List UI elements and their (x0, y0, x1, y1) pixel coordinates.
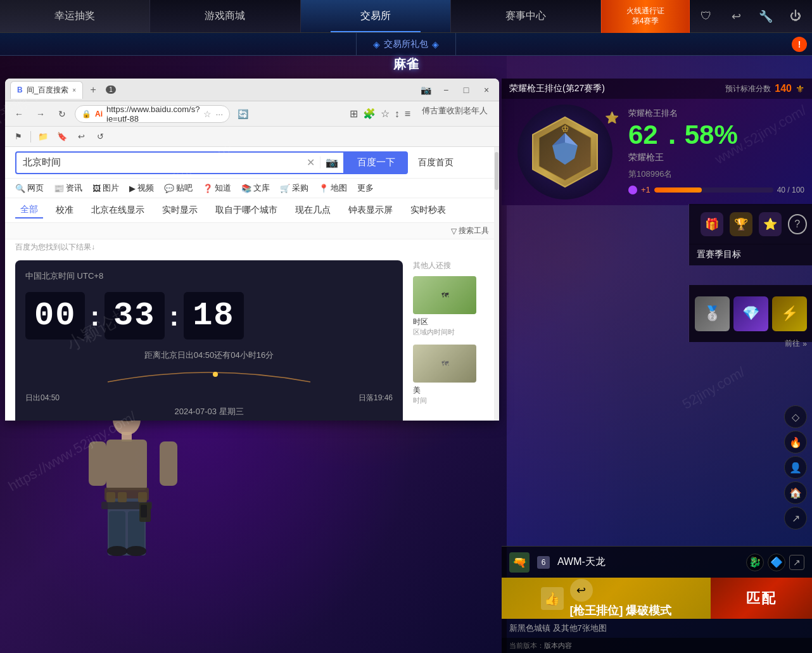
browser-toolbar: ← → ↻ 🔒 Ai https://www.baidu.com/s?ie=ut… (5, 101, 499, 127)
settings-icon[interactable]: 🔧 (756, 6, 776, 27)
rank-percent-display: 62．58% (628, 122, 804, 148)
clock-seconds: 18 (184, 292, 243, 339)
svg-rect-20 (106, 492, 115, 502)
star-btn[interactable]: ☆ (381, 108, 390, 120)
baidu-camera-btn[interactable]: 📷 (320, 156, 343, 168)
baidu-search-box[interactable]: ✕ 📷 (15, 151, 345, 174)
toolbar-btn-2[interactable]: 📁 (35, 129, 51, 145)
svg-point-18 (107, 546, 127, 556)
baidu-search-input[interactable] (16, 157, 301, 168)
icons-panel: 🎁 🏆 ⭐ ? (688, 204, 812, 244)
lock-icon: 🔒 (82, 110, 91, 118)
bottom-icon-1[interactable]: 🔥 (784, 431, 807, 453)
browser-tab-active[interactable]: B 间_百度搜索 × (10, 81, 83, 99)
screenshot-btn[interactable]: 📷 (418, 82, 433, 98)
bookmark-icon[interactable]: ☆ (203, 109, 212, 119)
baidu-nav-webpage[interactable]: 🔍 网页 (15, 182, 44, 194)
sub-navigation: ◈ 交易所礼包 ◈ (0, 33, 812, 56)
more-btn-area[interactable]: 前往 » (785, 338, 807, 349)
rank-king-label: 荣耀枪王 (628, 152, 804, 163)
svg-point-19 (126, 546, 146, 556)
toolbar-btn-3[interactable]: 🔖 (54, 129, 70, 145)
tab-close-btn[interactable]: × (72, 87, 76, 94)
suggestion-item-2[interactable]: 🗺 美 时间 (413, 345, 489, 405)
browser-forward-btn[interactable]: → (32, 105, 49, 123)
baidu-tab-clockscreen[interactable]: 钟表显示屏 (343, 203, 398, 218)
baidu-nav-zhidao[interactable]: ❓ 知道 (203, 182, 231, 194)
baidu-nav-video[interactable]: ▶ 视频 (129, 182, 154, 194)
power-icon[interactable]: ⏻ (785, 6, 806, 27)
baidu-search-clear[interactable]: ✕ (301, 156, 320, 168)
baidu-tab-online[interactable]: 北京在线显示 (86, 203, 149, 218)
sub-nav-exchange-gift[interactable]: ◈ 交易所礼包 ◈ (356, 33, 456, 55)
season-target-panel[interactable]: 置赛季目标 (688, 244, 812, 265)
baidu-nav-wenku[interactable]: 📚 文库 (241, 182, 270, 194)
address-bar[interactable]: 🔒 Ai https://www.baidu.com/s?ie=utf-88 ☆… (75, 105, 230, 123)
weapon-share-btn[interactable]: ↗ (789, 555, 804, 570)
baidu-tab-secondtimer[interactable]: 实时秒表 (405, 203, 451, 218)
browser-search-field[interactable]: 傅古董收割老年人 (416, 105, 494, 123)
browser-menu-btn[interactable]: ≡ (405, 108, 410, 120)
browser-titlebar: B 间_百度搜索 × + 1 📷 − □ × (5, 79, 499, 101)
season-target-text: 置赛季目标 (697, 249, 741, 259)
baidu-tab-all[interactable]: 全部 (15, 202, 43, 219)
gift-icon-btn[interactable]: 🎁 (701, 212, 723, 236)
baidu-nav-image[interactable]: 🖼 图片 (92, 182, 119, 194)
bottom-icon-2[interactable]: 👤 (784, 456, 807, 479)
browser-back-btn[interactable]: ← (10, 105, 28, 123)
nav-item-lucky[interactable]: 幸运抽奖 (0, 0, 150, 32)
nav-item-shop[interactable]: 游戏商城 (150, 0, 300, 32)
extensions-btn[interactable]: 🧩 (363, 108, 376, 120)
bottom-icon-0[interactable]: ◇ (784, 405, 807, 428)
rank-score-icon: ⚜ (796, 83, 804, 95)
rank-gem-dot (628, 186, 637, 194)
toolbar-btn-5[interactable]: ↺ (92, 129, 108, 145)
toolbar-btn-4[interactable]: ↩ (73, 129, 89, 145)
download-btn[interactable]: ↕ (395, 108, 400, 120)
star-icon-btn[interactable]: ⭐ (759, 212, 782, 236)
toolbar-btn-1[interactable]: ⚑ (10, 129, 27, 145)
baidu-tab-realtime[interactable]: 实时显示 (157, 203, 203, 218)
rank-title: 荣耀枪王排位(第27赛季) (509, 83, 605, 94)
rank-score-area: 预计标准分数 140 ⚜ (725, 83, 804, 95)
tab-grid-btn[interactable]: ⊞ (350, 108, 358, 120)
bottom-icon-share[interactable]: ↗ (784, 507, 807, 529)
rank-percent-label: 荣耀枪王排名 (628, 108, 678, 118)
baidu-nav-tieba[interactable]: 💬 贴吧 (164, 182, 193, 194)
nav-item-exchange[interactable]: 交易所 (301, 0, 451, 32)
trophy-icon-btn[interactable]: 🏆 (730, 212, 752, 236)
weapon-icon-2[interactable]: 🔷 (768, 554, 785, 571)
window-close[interactable]: × (479, 82, 494, 98)
baidu-tab-calibrate[interactable]: 校准 (51, 203, 79, 218)
baidu-nav-news[interactable]: 📰 资讯 (54, 182, 82, 194)
search-tool-btn[interactable]: ▽ 搜索工具 (451, 225, 489, 236)
baidu-tab-city[interactable]: 取自于哪个城市 (210, 203, 282, 218)
nav-item-events[interactable]: 赛事中心 (451, 0, 601, 32)
baidu-tab-nowtime[interactable]: 现在几点 (290, 203, 336, 218)
browser-refresh-btn[interactable]: ↻ (53, 105, 71, 123)
browser-window: B 间_百度搜索 × + 1 📷 − □ × ← → ↻ 🔒 Ai https:… (5, 79, 499, 421)
mode-left-btn[interactable]: 👍 ↩ [枪王排位] 爆破模式 (502, 578, 711, 619)
back-icon[interactable]: ↩ (726, 6, 746, 27)
shield-icon[interactable]: 🛡 (696, 6, 716, 27)
baidu-nav-caigou[interactable]: 🛒 采购 (280, 182, 308, 194)
svg-rect-24 (141, 505, 147, 517)
suggestion-item-1[interactable]: 🗺 时区 区域内时间时 (413, 276, 489, 337)
page-info-btn[interactable]: 🔄 (234, 105, 251, 123)
weapon-icon-1[interactable]: 🐉 (746, 554, 764, 571)
baidu-search-btn[interactable]: 百度一下 (345, 151, 408, 174)
baidu-nav-map[interactable]: 📍 地图 (319, 182, 347, 194)
clock-subtitle: 距离北京日出04:50还有04小时16分 (25, 350, 393, 361)
baidu-home-link[interactable]: 百度首页 (418, 157, 454, 168)
more-url-options[interactable]: ··· (215, 109, 223, 119)
bottom-icon-3[interactable]: 🏠 (784, 481, 807, 504)
question-btn[interactable]: ? (788, 214, 807, 234)
baidu-nav-more[interactable]: 更多 (357, 182, 374, 194)
browser-scrollbar[interactable] (494, 255, 499, 421)
rank-progress-text: 40 / 100 (777, 186, 804, 194)
fire-pass-banner[interactable]: 火线通行证 第4赛季 (601, 0, 690, 33)
new-tab-btn[interactable]: + (86, 82, 101, 98)
mode-right-match-btn[interactable]: 匹配 (711, 578, 812, 619)
window-maximize[interactable]: □ (459, 82, 474, 98)
window-minimize[interactable]: − (438, 82, 454, 98)
